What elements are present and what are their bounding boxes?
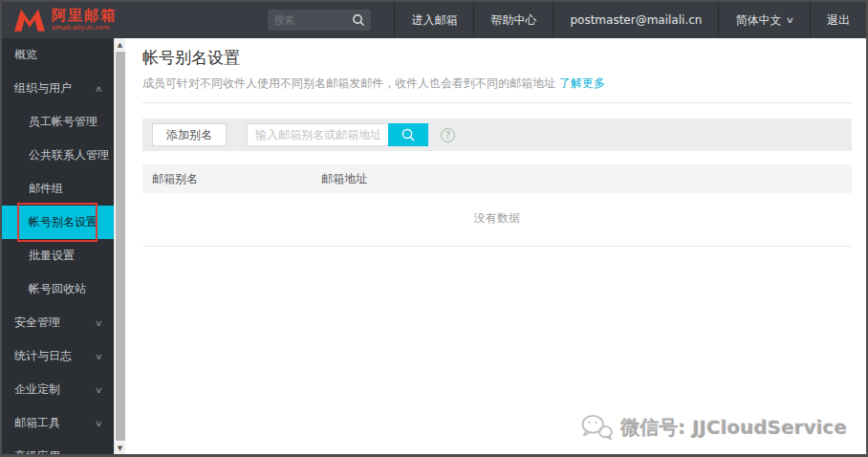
app-window: 阿里邮箱 email-aliyun.com 进入邮箱帮助中心postmaster… [0, 0, 868, 457]
sidebar-item-mail-groups[interactable]: 邮件组 [2, 172, 114, 206]
sidebar-menu: 概览 组织与用户 ∧ 员工帐号管理 公共联系人管理 邮件组 帐号别名设置 批量设… [2, 38, 114, 454]
wechat-watermark: 微信号: JJCloudService [580, 414, 847, 441]
sidebar-item-label: 帐号别名设置 [29, 214, 98, 230]
page-description: 成员可针对不同收件人使用不同别名邮箱发邮件，收件人也会看到不同的邮箱地址了解更多 [142, 76, 852, 92]
alias-search-group [247, 123, 428, 146]
sidebar-item-label: 企业定制 [14, 381, 60, 398]
sidebar-item-advanced-apps[interactable]: 高级应用 ∨ [2, 440, 114, 454]
nav-item-label: 退出 [827, 12, 850, 29]
table-empty-state: 没有数据 [142, 193, 852, 247]
wechat-icon [580, 414, 613, 441]
sidebar-item-enterprise-custom[interactable]: 企业定制 ∨ [2, 373, 114, 406]
sidebar-scrollbar[interactable]: ▲ ▼ [114, 38, 125, 454]
sidebar-item-mailbox-tools[interactable]: 邮箱工具 ∨ [2, 406, 114, 440]
sidebar-item-public-contacts-mgmt[interactable]: 公共联系人管理 [2, 139, 114, 172]
page-header: 帐号别名设置 成员可针对不同收件人使用不同别名邮箱发邮件，收件人也会看到不同的邮… [142, 38, 852, 103]
sidebar-item-staff-account-mgmt[interactable]: 员工帐号管理 [2, 105, 114, 139]
scrollbar-down-arrow[interactable]: ▼ [115, 442, 125, 454]
learn-more-link[interactable]: 了解更多 [559, 76, 605, 90]
alimail-m-logo-icon [13, 8, 46, 33]
nav-item-help-center[interactable]: 帮助中心 [473, 2, 553, 38]
sidebar-item-label: 邮箱工具 [14, 415, 60, 431]
nav-item-label: 帮助中心 [490, 12, 536, 29]
sidebar-item-label: 统计与日志 [14, 348, 72, 364]
chevron-down-icon: ∨ [95, 452, 103, 455]
sidebar-item-label: 员工帐号管理 [29, 114, 98, 130]
sidebar-item-account-recycle-bin[interactable]: 帐号回收站 [2, 272, 114, 306]
sidebar-item-overview[interactable]: 概览 [2, 38, 114, 72]
sidebar-item-account-alias-settings[interactable]: 帐号别名设置 [2, 206, 114, 239]
nav-item-label: postmaster@mailali.cn [570, 13, 702, 27]
nav-item-language[interactable]: 简体中文∨ [718, 2, 810, 38]
search-icon[interactable] [352, 13, 365, 27]
watermark-text: 微信号: JJCloudService [620, 415, 847, 441]
nav-item-label: 简体中文 [735, 12, 781, 29]
main-content: 帐号别名设置 成员可针对不同收件人使用不同别名邮箱发邮件，收件人也会看到不同的邮… [125, 38, 866, 454]
chevron-down-icon: ∨ [786, 15, 794, 25]
help-question-icon[interactable]: ? [441, 128, 455, 142]
sidebar-item-label: 帐号回收站 [29, 281, 86, 297]
sidebar-item-label: 公共联系人管理 [29, 147, 109, 163]
description-text: 成员可针对不同收件人使用不同别名邮箱发邮件，收件人也会看到不同的邮箱地址 [142, 76, 555, 90]
sidebar-item-label: 邮件组 [29, 181, 63, 197]
add-alias-button[interactable]: 添加别名 [152, 123, 227, 146]
top-header: 阿里邮箱 email-aliyun.com 进入邮箱帮助中心postmaster… [2, 2, 866, 38]
chevron-down-icon: ∨ [95, 385, 103, 395]
chevron-down-icon: ∨ [95, 419, 103, 428]
global-search-box[interactable] [268, 10, 371, 31]
sidebar-item-label: 概览 [14, 47, 37, 63]
chevron-up-icon: ∧ [95, 84, 103, 94]
chevron-down-icon: ∨ [95, 318, 103, 328]
chevron-down-icon: ∨ [95, 352, 103, 361]
nav-item-label: 进入邮箱 [411, 12, 457, 29]
page-title: 帐号别名设置 [142, 47, 852, 69]
global-search-input[interactable] [273, 14, 352, 27]
sidebar-item-org-and-users[interactable]: 组织与用户 ∧ [2, 72, 114, 105]
sidebar-item-stats-and-logs[interactable]: 统计与日志 ∨ [2, 339, 114, 373]
brand-title: 阿里邮箱 [52, 9, 117, 23]
sidebar-item-batch-settings[interactable]: 批量设置 [2, 239, 114, 272]
column-header-address: 邮箱地址 [321, 171, 852, 187]
nav-item-logout[interactable]: 退出 [810, 2, 866, 38]
column-header-alias: 邮箱别名 [142, 171, 321, 187]
brand-subtitle: email-aliyun.com [52, 25, 117, 32]
search-icon [401, 127, 416, 142]
nav-item-enter-mailbox[interactable]: 进入邮箱 [394, 2, 473, 38]
sidebar-item-label: 批量设置 [29, 248, 75, 264]
sidebar-item-label: 安全管理 [14, 315, 60, 331]
sidebar-item-security-mgmt[interactable]: 安全管理 ∨ [2, 306, 114, 339]
alias-search-button[interactable] [388, 123, 428, 146]
sidebar-item-label: 高级应用 [14, 448, 60, 454]
alias-search-input[interactable] [247, 123, 388, 146]
scrollbar-thumb[interactable] [116, 52, 125, 441]
alias-toolbar: 添加别名 ? [142, 119, 852, 151]
sidebar-item-label: 组织与用户 [14, 80, 72, 97]
nav-item-account-email[interactable]: postmaster@mailali.cn [553, 2, 718, 38]
scrollbar-up-arrow[interactable]: ▲ [115, 38, 125, 51]
brand-logo[interactable]: 阿里邮箱 email-aliyun.com [2, 2, 193, 38]
top-nav: 进入邮箱帮助中心postmaster@mailali.cn简体中文∨退出 [394, 2, 866, 38]
alias-table-header: 邮箱别名 邮箱地址 [142, 164, 852, 193]
